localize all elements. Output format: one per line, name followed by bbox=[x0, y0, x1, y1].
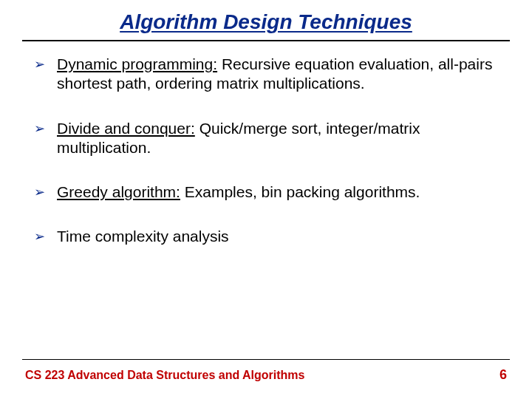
footer-row: CS 223 Advanced Data Structures and Algo… bbox=[22, 367, 510, 383]
bullet-topic: Divide and conquer: bbox=[57, 120, 195, 137]
bullet-rest: Time complexity analysis bbox=[57, 228, 229, 245]
bullet-rest: Examples, bin packing algorithms. bbox=[180, 183, 420, 200]
bullet-item: ➢ Divide and conquer: Quick/merge sort, … bbox=[34, 119, 498, 158]
bullet-arrow-icon: ➢ bbox=[34, 56, 45, 73]
bullet-topic: Greedy algorithm: bbox=[57, 183, 180, 200]
bullet-item: ➢ Time complexity analysis bbox=[34, 227, 498, 246]
bullet-item: ➢ Greedy algorithm: Examples, bin packin… bbox=[34, 183, 498, 202]
bullet-arrow-icon: ➢ bbox=[34, 120, 45, 137]
bullet-arrow-icon: ➢ bbox=[34, 228, 45, 245]
bullet-arrow-icon: ➢ bbox=[34, 184, 45, 201]
bullet-item: ➢ Dynamic programming: Recursive equatio… bbox=[34, 55, 498, 94]
bullet-text: Divide and conquer: Quick/merge sort, in… bbox=[57, 119, 498, 158]
bullet-text: Greedy algorithm: Examples, bin packing … bbox=[57, 183, 498, 202]
slide-title: Algorithm Design Techniques bbox=[0, 0, 532, 37]
page-number: 6 bbox=[499, 367, 507, 383]
content-area: ➢ Dynamic programming: Recursive equatio… bbox=[0, 41, 532, 247]
footer-divider bbox=[22, 359, 510, 360]
slide: Algorithm Design Techniques ➢ Dynamic pr… bbox=[0, 0, 532, 399]
bullet-topic: Dynamic programming: bbox=[57, 55, 217, 72]
footer: CS 223 Advanced Data Structures and Algo… bbox=[0, 359, 532, 383]
course-label: CS 223 Advanced Data Structures and Algo… bbox=[25, 369, 304, 382]
bullet-text: Dynamic programming: Recursive equation … bbox=[57, 55, 498, 94]
bullet-text: Time complexity analysis bbox=[57, 227, 498, 246]
